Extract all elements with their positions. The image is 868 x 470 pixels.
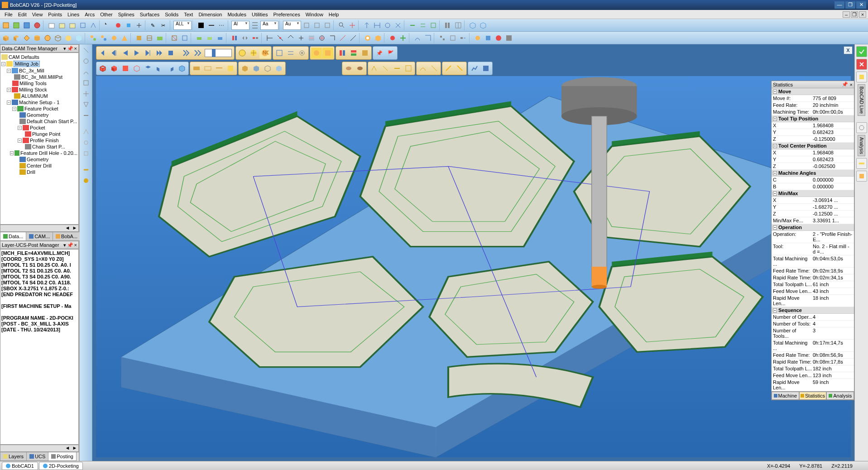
sub-close-button[interactable]: × <box>859 11 866 18</box>
tool-btn[interactable] <box>302 20 312 30</box>
cube-btn[interactable] <box>131 63 142 74</box>
an-btn[interactable] <box>469 63 480 74</box>
mode-nc-button[interactable]: NC <box>259 48 270 58</box>
tool-btn[interactable] <box>144 33 154 43</box>
tool-btn[interactable] <box>206 20 216 30</box>
tool-btn[interactable] <box>348 33 358 43</box>
cad-canvas[interactable] <box>96 76 851 457</box>
tool-btn[interactable] <box>217 20 227 30</box>
cube-btn[interactable] <box>154 63 165 74</box>
tool-btn[interactable] <box>134 20 144 30</box>
menu-modules[interactable]: Modules <box>225 11 249 18</box>
tool-btn[interactable] <box>155 33 165 43</box>
tool-btn[interactable] <box>88 33 98 43</box>
tool-btn[interactable] <box>383 20 393 30</box>
stock-btn[interactable] <box>251 63 262 74</box>
tl-btn[interactable] <box>343 63 354 74</box>
maximize-button[interactable]: ❐ <box>845 1 855 9</box>
tool-btn[interactable] <box>99 33 109 43</box>
tool-btn[interactable] <box>443 20 453 30</box>
tool-btn[interactable] <box>307 33 317 43</box>
pth2-btn[interactable] <box>417 63 428 74</box>
stats-tab-statistics[interactable]: Statistics <box>799 392 827 400</box>
tool-btn[interactable] <box>388 33 398 43</box>
tool-btn[interactable] <box>423 33 433 43</box>
tool-btn[interactable] <box>196 20 206 30</box>
tool-btn[interactable] <box>180 33 190 43</box>
menu-solids[interactable]: Solids <box>162 11 181 18</box>
menu-splines[interactable]: Splines <box>115 11 137 18</box>
menu-window[interactable]: Window <box>303 11 326 18</box>
tool-btn[interactable] <box>57 20 67 30</box>
viewport[interactable]: X <box>92 44 854 461</box>
mode-btn[interactable] <box>237 48 248 58</box>
status-tab-bobcad1[interactable]: BobCAD1 <box>2 462 38 470</box>
panel-menu-icon[interactable]: ▾ <box>63 46 66 52</box>
menu-utilities[interactable]: Utilities <box>249 11 270 18</box>
render-btn[interactable] <box>348 48 359 58</box>
skip-button[interactable] <box>192 48 203 58</box>
tool-btn[interactable] <box>478 20 488 30</box>
panel-close-icon[interactable]: × <box>850 82 853 87</box>
tool-btn[interactable] <box>230 33 240 43</box>
cube-btn[interactable] <box>109 63 120 74</box>
tool-btn[interactable] <box>448 33 458 43</box>
pin-icon[interactable]: 📌 <box>842 82 848 87</box>
tool-btn[interactable] <box>124 20 134 30</box>
tool-btn[interactable] <box>11 20 21 30</box>
tool-btn[interactable] <box>215 33 225 43</box>
vtool-btn[interactable] <box>81 149 91 158</box>
an-btn[interactable] <box>480 63 491 74</box>
vtool-btn[interactable] <box>81 100 91 110</box>
menu-edit[interactable]: Edit <box>15 11 29 18</box>
tool-btn[interactable] <box>32 20 42 30</box>
menu-other[interactable]: Other <box>97 11 115 18</box>
close-button[interactable]: ✕ <box>856 1 866 9</box>
post-output[interactable]: [MCH_FILE=4AXVMILL.MCH][COORD_SYS 1=X0 Y… <box>0 249 79 445</box>
tool-btn[interactable] <box>338 33 348 43</box>
stock-btn[interactable] <box>262 63 273 74</box>
tool-btn[interactable] <box>418 20 428 30</box>
cube-btn[interactable] <box>120 63 131 74</box>
tool-btn[interactable] <box>296 33 306 43</box>
play-button[interactable] <box>131 48 142 58</box>
tool-btn[interactable] <box>412 33 422 43</box>
vtool-btn[interactable] <box>81 67 91 77</box>
disp-btn[interactable] <box>191 63 202 74</box>
menu-help[interactable]: Help <box>326 11 342 18</box>
menu-view[interactable]: View <box>29 11 46 18</box>
stop-button[interactable] <box>165 48 176 58</box>
tool-btn[interactable]: ✎ <box>149 20 158 30</box>
play-back-button[interactable] <box>120 48 131 58</box>
aa-combo[interactable]: Aa <box>260 21 278 30</box>
pth-btn[interactable] <box>403 63 414 74</box>
tool-btn[interactable] <box>372 20 382 30</box>
cube-btn[interactable] <box>165 63 176 74</box>
tool-btn[interactable] <box>53 33 63 43</box>
minimize-button[interactable]: — <box>834 1 844 9</box>
tool-btn[interactable] <box>205 33 215 43</box>
tool-btn[interactable] <box>22 33 32 43</box>
sim-slider[interactable] <box>205 49 232 57</box>
tool-btn[interactable] <box>63 33 73 43</box>
rail-btn[interactable] <box>856 158 867 169</box>
view-btn[interactable] <box>322 48 333 58</box>
vtool-btn[interactable] <box>81 78 91 88</box>
tool-btn[interactable] <box>43 33 53 43</box>
vtool-btn[interactable] <box>81 127 91 137</box>
tool-btn[interactable] <box>240 33 250 43</box>
tool-btn[interactable] <box>408 20 417 30</box>
rail-btn[interactable] <box>856 72 867 82</box>
disp-btn[interactable] <box>202 63 213 74</box>
tool-btn[interactable] <box>317 33 327 43</box>
tool-btn[interactable] <box>11 33 21 43</box>
pth-btn[interactable] <box>369 63 380 74</box>
stats-tab-analysis[interactable]: Analysis <box>826 392 854 400</box>
layer-combo[interactable]: ALL <box>173 21 192 30</box>
panel-close-icon[interactable]: × <box>74 242 77 248</box>
menu-lines[interactable]: Lines <box>65 11 82 18</box>
tool-btn[interactable] <box>250 20 260 30</box>
tool-btn[interactable] <box>473 33 483 43</box>
flag-icon[interactable]: 🚩 <box>385 48 396 58</box>
tab-data[interactable]: Data... <box>0 232 26 241</box>
